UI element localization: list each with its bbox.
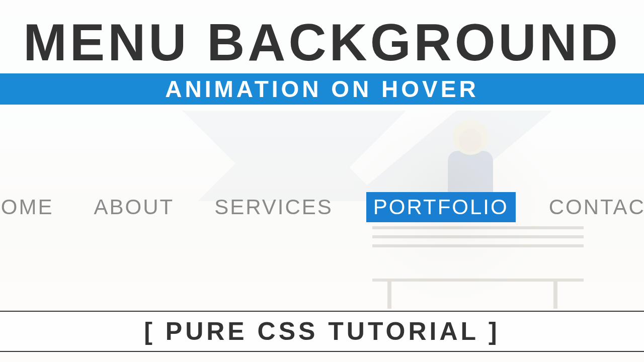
menu-item-home[interactable]: HOME: [0, 192, 60, 222]
menu-item-portfolio[interactable]: PORTFOLIO: [366, 192, 516, 222]
footer-text: [ PURE CSS TUTORIAL ]: [144, 317, 500, 346]
footer-bar: [ PURE CSS TUTORIAL ]: [0, 311, 644, 352]
menu-item-about[interactable]: ABOUT: [87, 192, 181, 222]
title-sub: ANIMATION ON HOVER: [165, 75, 478, 103]
mountains-shape: [0, 111, 644, 201]
menu-item-services[interactable]: SERVICES: [207, 192, 340, 222]
title-main: MENU BACKGROUND: [0, 16, 644, 68]
main-menu: HOME ABOUT SERVICES PORTFOLIO CONTACT: [0, 192, 644, 222]
title-sub-bar: ANIMATION ON HOVER: [0, 73, 644, 105]
menu-item-contact[interactable]: CONTACT: [542, 192, 644, 222]
